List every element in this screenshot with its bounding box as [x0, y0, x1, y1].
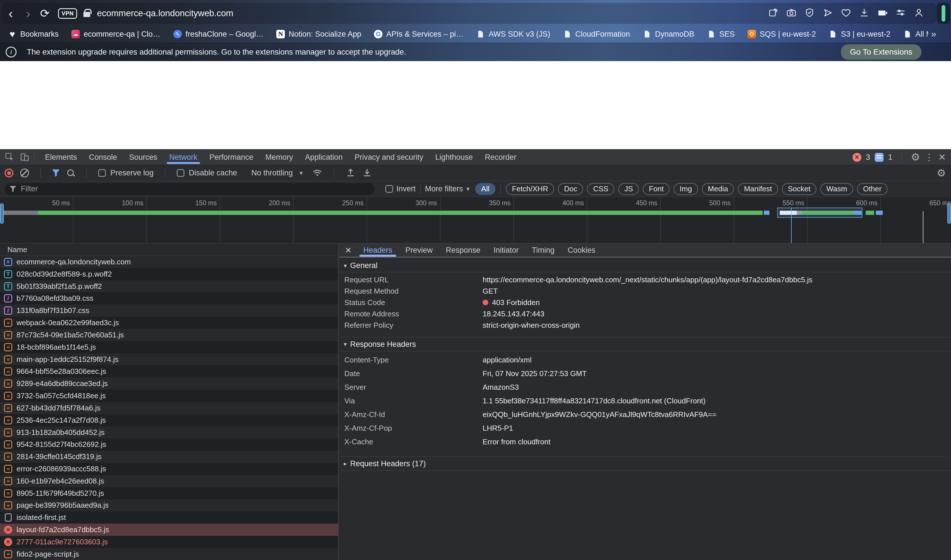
details-tab-preview[interactable]: Preview	[399, 244, 439, 257]
request-row[interactable]: / b7760a08efd3ba09.css	[0, 292, 338, 305]
devtools-tab-elements[interactable]: Elements	[39, 149, 83, 165]
request-row[interactable]: ‹› page-be399796b5aaed9a.js	[0, 500, 338, 512]
bookmark-item[interactable]: ♥ Bookmarks	[8, 30, 59, 38]
go-to-extensions-button[interactable]: Go To Extensions	[841, 45, 922, 60]
request-row[interactable]: ‹› 18-bcbf896aeb1f14e5.js	[0, 341, 338, 353]
warning-count[interactable]: 1	[888, 153, 892, 162]
shield-check-icon[interactable]	[804, 8, 815, 19]
request-row[interactable]: T 5b01f339abf2f1a5.p.woff2	[0, 280, 338, 292]
header-value[interactable]: strict-origin-when-cross-origin	[483, 321, 580, 330]
details-tab-cookies[interactable]: Cookies	[561, 244, 602, 257]
header-value[interactable]: AmazonS3	[483, 383, 519, 392]
console-message-icon[interactable]	[875, 153, 883, 162]
search-icon[interactable]	[66, 169, 75, 177]
chip-other[interactable]: Other	[857, 183, 888, 195]
details-tab-headers[interactable]: Headers	[357, 244, 399, 257]
devtools-tab-memory[interactable]: Memory	[259, 149, 299, 165]
request-row[interactable]: ‹› webpack-0ea0622e99faed3c.js	[0, 317, 338, 329]
device-toolbar-icon[interactable]	[19, 152, 29, 162]
preserve-log-checkbox[interactable]	[98, 169, 106, 177]
network-overview-timeline[interactable]: 50 ms100 ms150 ms200 ms250 ms300 ms350 m…	[0, 197, 951, 244]
request-row[interactable]: ✕ 2777-011ac9e727603603.js	[0, 536, 338, 548]
clear-network-log-icon[interactable]	[20, 169, 29, 177]
chip-socket[interactable]: Socket	[782, 183, 817, 195]
request-row[interactable]: ‹› 627-bb43dd7fd5f784a6.js	[0, 402, 338, 414]
camera-icon[interactable]	[786, 8, 797, 19]
profile-icon[interactable]	[914, 8, 924, 19]
timeline-selection-window[interactable]	[777, 208, 863, 218]
devtools-tab-application[interactable]: Application	[299, 149, 349, 165]
chip-media[interactable]: Media	[702, 183, 734, 195]
request-row[interactable]: ‹› 2814-39cffe0145cdf319.js	[0, 451, 338, 463]
export-har-icon[interactable]	[362, 168, 372, 178]
bookmark-item[interactable]: CloudFormation	[563, 30, 630, 38]
bookmark-item[interactable]: SQS | eu-west-2	[747, 30, 816, 38]
download-icon[interactable]	[859, 8, 870, 19]
header-value[interactable]: 1.1 55bef38e734117ff8ff4a83214717dc8.clo…	[483, 397, 706, 405]
bookmark-item[interactable]: All Mail	[903, 30, 928, 38]
invert-checkbox[interactable]	[385, 185, 393, 193]
headers-section-header[interactable]: ▾ Response Headers	[339, 337, 951, 351]
filter-input-box[interactable]	[5, 183, 375, 195]
request-row[interactable]: ✕ layout-fd7a2cd8ea7dbbc5.js	[0, 524, 338, 536]
request-row[interactable]: / 131f0a8bf7f31b07.css	[0, 305, 338, 317]
devtools-tab-performance[interactable]: Performance	[204, 149, 259, 165]
devtools-tab-recorder[interactable]: Recorder	[479, 149, 522, 165]
devtools-close-icon[interactable]: ✕	[938, 152, 946, 163]
chip-wasm[interactable]: Wasm	[820, 183, 853, 195]
devtools-tab-lighthouse[interactable]: Lighthouse	[429, 149, 479, 165]
bookmark-item[interactable]: ☁ ecommerce-qa | Clo…	[71, 30, 161, 38]
chip-manifest[interactable]: Manifest	[738, 183, 778, 195]
chip-js[interactable]: JS	[618, 183, 639, 195]
bookmark-item[interactable]: S3 | eu-west-2	[829, 30, 891, 38]
request-row[interactable]: ‹› 87c73c54-09e1ba5c70e60a51.js	[0, 329, 338, 341]
request-row[interactable]: ‹› fido2-page-script.js	[0, 548, 338, 560]
header-value[interactable]: Fri, 07 Nov 2025 07:27:53 GMT	[483, 369, 587, 378]
name-column-header[interactable]: Name	[0, 244, 338, 256]
header-value[interactable]: 18.245.143.47:443	[483, 309, 544, 318]
disable-cache-checkbox[interactable]	[177, 169, 184, 177]
sidebar-toggle[interactable]	[937, 3, 950, 24]
request-row[interactable]: ‹› 2536-4ec25c147a2f7d08.js	[0, 414, 338, 426]
header-value[interactable]: eixQQb_luHGnhLYjpx9WZkv-GQQ01yAFxaJl9qWT…	[483, 410, 716, 419]
timeline-left-handle[interactable]	[0, 203, 4, 224]
network-conditions-icon[interactable]	[312, 167, 323, 179]
details-tab-response[interactable]: Response	[439, 244, 487, 257]
sliders-icon[interactable]	[895, 8, 906, 19]
reload-button[interactable]: ⟳	[40, 3, 50, 24]
record-network-log-button[interactable]	[5, 169, 13, 177]
forward-button[interactable]: ›	[26, 3, 30, 24]
close-details-icon[interactable]: ✕	[345, 246, 351, 255]
header-value[interactable]: LHR5-P1	[483, 424, 513, 433]
import-har-icon[interactable]	[346, 168, 355, 178]
url-text[interactable]: ecommerce-qa.londoncityweb.com	[97, 8, 233, 18]
bookmark-item[interactable]: G APIs & Services – pi…	[374, 30, 463, 38]
headers-section-header[interactable]: ▸ Request Headers (17)	[339, 457, 951, 471]
vpn-badge[interactable]: VPN	[58, 8, 77, 19]
reading-mode-icon[interactable]	[877, 8, 888, 19]
header-value[interactable]: 403 Forbidden	[483, 298, 540, 307]
inspect-element-icon[interactable]	[5, 152, 15, 162]
devtools-tab-sources[interactable]: Sources	[123, 149, 163, 165]
request-row[interactable]: ‹› 8905-11f679f649bd5270.js	[0, 487, 338, 500]
throttling-select[interactable]: No throttling	[251, 169, 293, 177]
devtools-kebab-menu-icon[interactable]: ⋮	[925, 152, 934, 163]
devtools-tab-network[interactable]: Network	[163, 149, 204, 165]
header-value[interactable]: application/xml	[483, 355, 531, 365]
request-row[interactable]: ‹› 9289-e4a6dbd89ccae3ed.js	[0, 377, 338, 390]
throttling-caret-icon[interactable]: ▾	[300, 169, 303, 177]
back-button[interactable]: ‹	[9, 3, 13, 24]
filter-input[interactable]	[21, 185, 334, 193]
bookmark-item[interactable]: AWS SDK v3 (JS)	[476, 30, 550, 38]
details-tab-initiator[interactable]: Initiator	[487, 244, 525, 257]
bookmark-item[interactable]: SES	[707, 30, 735, 38]
bookmark-item[interactable]: freshaClone – Googl…	[173, 30, 264, 38]
share-pin-icon[interactable]	[768, 8, 778, 19]
timeline-right-handle[interactable]	[947, 203, 951, 224]
heart-icon[interactable]	[841, 8, 851, 19]
request-row[interactable]: isolated-first.jst	[0, 511, 338, 524]
bookmarks-overflow-chevron[interactable]: »	[931, 26, 936, 43]
request-row[interactable]: ‹› 913-1b182a0b405dd452.js	[0, 426, 338, 438]
bookmark-item[interactable]: N Notion: Socialize App	[276, 30, 361, 38]
request-row[interactable]: ‹› error-c26086939accc588.js	[0, 463, 338, 475]
